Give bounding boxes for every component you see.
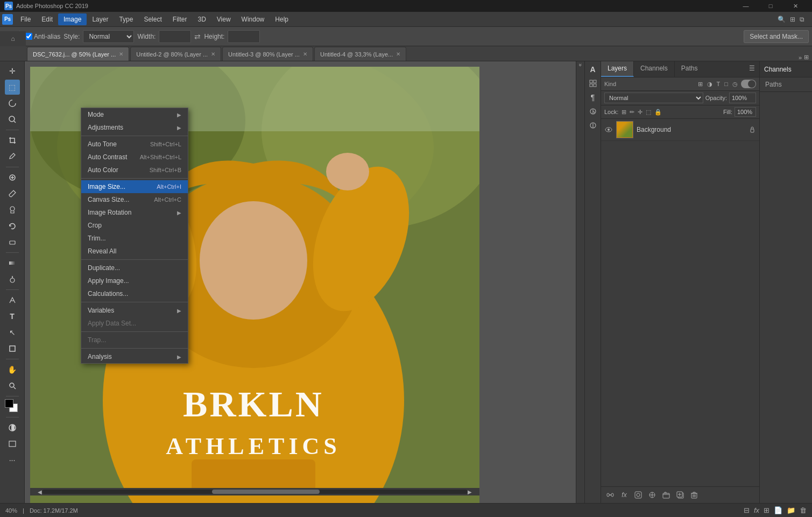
new-group-btn[interactable] [660,489,672,501]
menu-item-image-size[interactable]: Image Size... Alt+Ctrl+I [81,180,188,193]
add-mask-btn[interactable] [632,489,644,501]
menu-item-crop[interactable]: Crop [81,219,188,232]
zoom-tool[interactable] [5,378,20,393]
menu-image[interactable]: Image [58,13,87,25]
eraser-tool[interactable] [5,235,20,250]
filter-pixel-icon[interactable]: ⊞ [696,80,704,88]
menu-item-duplicate[interactable]: Duplicate... [81,261,188,274]
menu-edit[interactable]: Edit [36,13,58,25]
arrange-docs-icon[interactable]: ⊞ [804,54,809,61]
brush-tool[interactable] [5,186,20,201]
eyedropper-tool[interactable] [5,149,20,164]
menu-item-apply-image[interactable]: Apply Image... [81,274,188,287]
hand-tool[interactable]: ✋ [5,362,20,377]
maximize-btn[interactable]: □ [758,0,783,12]
menu-layer[interactable]: Layer [87,13,114,25]
lock-transparent-icon[interactable]: ⊞ [620,108,627,116]
filter-type-icon[interactable]: T [715,80,722,88]
menu-item-mode[interactable]: Mode ▶ [81,108,188,121]
style-select[interactable]: Normal Fixed Ratio Fixed Size [83,30,134,43]
tab-3-close[interactable]: ✕ [396,51,400,57]
width-input[interactable] [159,30,191,43]
marquee-tool[interactable]: ⬚ [5,80,20,95]
crop-tool[interactable] [5,133,20,148]
shape-tool[interactable] [5,341,20,356]
menu-3d[interactable]: 3D [192,13,211,25]
height-input[interactable] [228,30,260,43]
menu-help[interactable]: Help [270,13,294,25]
paths-panel-tab[interactable]: Paths [760,77,812,92]
panel-menu-btn[interactable]: ☰ [745,61,759,77]
paths-tab[interactable]: Paths [675,61,704,77]
blend-mode-select[interactable]: Normal Dissolve Multiply Screen [604,93,703,103]
delete-layer-btn[interactable] [688,489,700,501]
window-controls[interactable]: — □ ✕ [733,0,808,12]
menu-item-adjustments[interactable]: Adjustments ▶ [81,121,188,134]
filter-adjust-icon[interactable]: ◑ [705,80,714,88]
menu-type[interactable]: Type [114,13,138,25]
h-scrollbar[interactable]: ◀ ▶ [30,488,479,495]
lock-position-icon[interactable]: ✛ [637,108,644,116]
menu-item-canvas-size[interactable]: Canvas Size... Alt+Ctrl+C [81,193,188,206]
select-mask-btn[interactable]: Select and Mask... [744,30,809,43]
quick-mask-btn[interactable] [5,420,20,435]
move-tool[interactable]: ✛ [5,63,20,79]
layer-item-background[interactable]: Background [601,119,759,141]
new-layer-btn[interactable] [674,489,686,501]
lock-all-icon[interactable]: 🔒 [653,108,663,116]
dodge-tool[interactable] [5,272,20,287]
type-tool[interactable]: T [5,309,20,324]
h-scrollbar-thumb[interactable] [212,490,320,494]
tab-1[interactable]: Untitled-2 @ 80% (Layer ... ✕ [130,47,221,61]
menu-window[interactable]: Window [236,13,270,25]
tab-1-close[interactable]: ✕ [211,51,215,57]
history-tool[interactable] [5,218,20,233]
grid-icon-strip[interactable] [587,77,599,89]
menu-item-auto-tone[interactable]: Auto Tone Shift+Ctrl+L [81,138,188,151]
gradient-tool[interactable] [5,256,20,271]
collapse-right-btn[interactable]: » [577,63,583,67]
healing-tool[interactable] [5,170,20,185]
menu-item-reveal-all[interactable]: Reveal All [81,245,188,258]
adjust-icon-strip[interactable] [587,105,599,117]
menu-file[interactable]: File [15,13,36,25]
layers-tab[interactable]: Layers [601,61,634,77]
menu-item-auto-contrast[interactable]: Auto Contrast Alt+Shift+Ctrl+L [81,151,188,164]
scroll-left-icon[interactable]: ◀ [38,489,42,495]
circle-icon-strip[interactable] [587,119,599,131]
tab-2-close[interactable]: ✕ [303,51,307,57]
menu-filter[interactable]: Filter [167,13,193,25]
tab-0[interactable]: DSC_7632.j... @ 50% (Layer ... ✕ [27,47,129,61]
link-layers-btn[interactable] [604,489,616,501]
lock-artboard-icon[interactable]: ⬚ [645,108,652,116]
menu-item-calculations[interactable]: Calculations... [81,287,188,300]
anti-alias-checkbox[interactable] [25,33,32,40]
more-tools-btn[interactable]: ··· [5,452,20,468]
menu-item-auto-color[interactable]: Auto Color Shift+Ctrl+B [81,164,188,176]
swap-icon[interactable]: ⇄ [194,32,201,41]
tab-3[interactable]: Untitled-4 @ 33,3% (Laye... ✕ [314,47,406,61]
menu-view[interactable]: View [211,13,236,25]
scroll-right-icon[interactable]: ▶ [468,489,472,495]
filter-smart-icon[interactable]: ◷ [731,80,739,88]
quick-select-tool[interactable] [5,112,20,127]
menu-item-trim[interactable]: Trim... [81,232,188,245]
add-adjustment-btn[interactable] [646,489,658,501]
minimize-btn[interactable]: — [733,0,758,12]
paragraph-icon-strip[interactable]: ¶ [587,91,599,103]
tab-2[interactable]: Untitled-3 @ 80% (Layer ... ✕ [222,47,313,61]
menu-item-analysis[interactable]: Analysis ▶ [81,350,188,363]
channels-tab[interactable]: Channels [634,61,675,77]
menu-select[interactable]: Select [138,13,167,25]
fx-btn[interactable]: fx [618,489,630,501]
menu-item-image-rotation[interactable]: Image Rotation ▶ [81,206,188,219]
layer-visibility-eye[interactable] [604,125,613,134]
lasso-tool[interactable] [5,96,20,111]
type-icon-strip[interactable]: A [587,63,599,75]
filter-shape-icon[interactable]: □ [723,80,730,88]
menu-item-variables[interactable]: Variables ▶ [81,304,188,317]
clone-tool[interactable] [5,202,20,217]
path-select-tool[interactable]: ↖ [5,325,20,340]
fill-input[interactable] [735,107,756,117]
foreground-color[interactable] [5,399,13,408]
